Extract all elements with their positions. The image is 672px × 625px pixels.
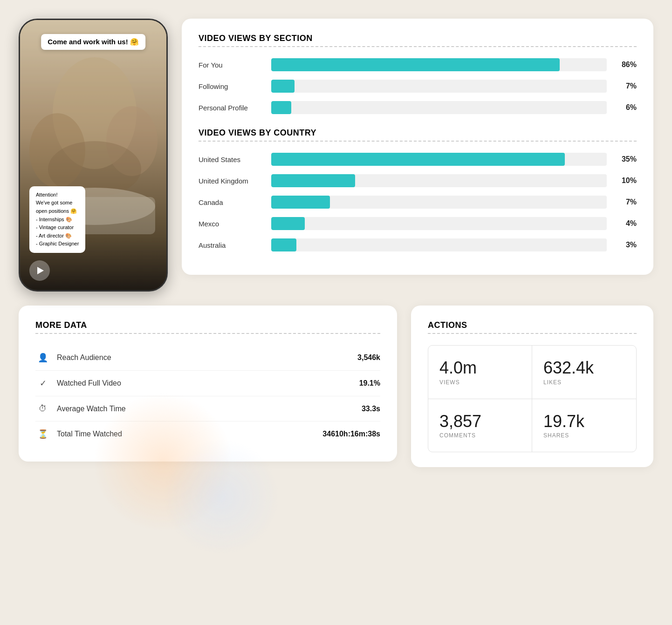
bar-pct: 7% — [614, 198, 637, 206]
bar-track — [271, 58, 607, 71]
bar-row: For You 86% — [199, 58, 637, 71]
action-cell: 4.0m VIEWS — [428, 346, 532, 399]
bar-track — [271, 238, 607, 251]
bar-label: Following — [199, 82, 264, 90]
caption-bottom-text: Attention! We've got some open positions… — [36, 192, 79, 247]
data-row-value: 19.1% — [359, 379, 380, 387]
top-row: Come and work with us! 🤗 Attention! We'v… — [19, 19, 653, 292]
by-country-title: VIDEO VIEWS BY COUNTRY — [199, 128, 637, 138]
section-divider-3 — [35, 333, 380, 334]
bar-label: Personal Profile — [199, 104, 264, 112]
phone-mockup: Come and work with us! 🤗 Attention! We'v… — [19, 19, 168, 292]
bar-pct: 35% — [614, 155, 637, 163]
bar-track — [271, 174, 607, 187]
section-divider-2 — [199, 141, 637, 142]
bar-label: Australia — [199, 241, 264, 249]
more-data-title: MORE DATA — [35, 320, 380, 330]
data-row-icon: ⏳ — [35, 429, 50, 439]
bar-fill — [271, 153, 565, 166]
bar-fill — [271, 217, 305, 230]
by-country-section: VIDEO VIEWS BY COUNTRY United States 35%… — [199, 128, 637, 251]
bar-pct: 4% — [614, 219, 637, 228]
section-bars: For You 86% Following 7% Personal Profil… — [199, 58, 637, 114]
section-divider-1 — [199, 46, 637, 47]
data-row: 👤 Reach Audience 3,546k — [35, 345, 380, 371]
data-row-icon: ✓ — [35, 378, 50, 388]
bar-label: United Kingdom — [199, 177, 264, 185]
bar-row: Canada 7% — [199, 196, 637, 209]
bar-track — [271, 196, 607, 209]
phone-caption-top: Come and work with us! 🤗 — [41, 34, 145, 50]
data-row: ⏱ Average Watch Time 33.3s — [35, 396, 380, 421]
play-button[interactable] — [29, 260, 50, 281]
actions-grid: 4.0m VIEWS 632.4k LIKES 3,857 COMMENTS 1… — [428, 345, 637, 452]
data-row-icon: ⏱ — [35, 404, 50, 414]
phone-caption-bottom: Attention! We've got some open positions… — [29, 186, 85, 253]
data-row-label: Total Time Watched — [57, 430, 316, 438]
bar-fill — [271, 58, 560, 71]
section-divider-4 — [428, 333, 637, 334]
bar-row: United States 35% — [199, 153, 637, 166]
bottom-row: MORE DATA 👤 Reach Audience 3,546k ✓ Watc… — [19, 306, 653, 467]
action-number: 632.4k — [543, 359, 625, 377]
data-row-value: 33.3s — [362, 405, 380, 413]
action-cell: 19.7k SHARES — [532, 399, 636, 452]
by-section-section: VIDEO VIEWS BY SECTION For You 86% Follo… — [199, 34, 637, 114]
bar-label: Canada — [199, 198, 264, 206]
bar-fill — [271, 174, 355, 187]
action-number: 19.7k — [543, 412, 625, 431]
bar-label: United States — [199, 156, 264, 163]
bar-row: Mexco 4% — [199, 217, 637, 230]
action-label: VIEWS — [439, 379, 521, 386]
bar-track — [271, 217, 607, 230]
bar-pct: 7% — [614, 82, 637, 90]
actions-title: ACTIONS — [428, 320, 637, 330]
data-row-value: 34610h:16m:38s — [322, 430, 380, 438]
bar-row: United Kingdom 10% — [199, 174, 637, 187]
bar-row: Following 7% — [199, 80, 637, 93]
stats-card: VIDEO VIEWS BY SECTION For You 86% Follo… — [182, 19, 653, 275]
more-data-card: MORE DATA 👤 Reach Audience 3,546k ✓ Watc… — [19, 306, 397, 462]
phone-inner: Come and work with us! 🤗 Attention! We'v… — [20, 20, 166, 290]
data-row: ⏳ Total Time Watched 34610h:16m:38s — [35, 421, 380, 447]
bar-fill — [271, 238, 296, 251]
bar-fill — [271, 80, 295, 93]
action-label: COMMENTS — [439, 432, 521, 439]
data-row: ✓ Watched Full Video 19.1% — [35, 371, 380, 396]
bar-track — [271, 153, 607, 166]
actions-card: ACTIONS 4.0m VIEWS 632.4k LIKES 3,857 CO… — [411, 306, 653, 467]
action-label: LIKES — [543, 379, 625, 386]
action-cell: 3,857 COMMENTS — [428, 399, 532, 452]
data-row-icon: 👤 — [35, 353, 50, 363]
bar-track — [271, 80, 607, 93]
bar-track — [271, 101, 607, 114]
bar-row: Australia 3% — [199, 238, 637, 251]
bar-pct: 86% — [614, 61, 637, 69]
bar-fill — [271, 196, 330, 209]
bar-row: Personal Profile 6% — [199, 101, 637, 114]
data-row-value: 3,546k — [357, 353, 380, 362]
more-data-rows: 👤 Reach Audience 3,546k ✓ Watched Full V… — [35, 345, 380, 447]
data-row-label: Watched Full Video — [57, 379, 353, 387]
bar-pct: 10% — [614, 177, 637, 185]
bar-label: For You — [199, 61, 264, 69]
data-row-label: Average Watch Time — [57, 405, 355, 413]
data-row-label: Reach Audience — [57, 353, 351, 362]
caption-top-text: Come and work with us! 🤗 — [48, 38, 139, 46]
action-number: 3,857 — [439, 412, 521, 431]
bar-pct: 3% — [614, 241, 637, 249]
by-section-title: VIDEO VIEWS BY SECTION — [199, 34, 637, 43]
bar-fill — [271, 101, 291, 114]
bar-label: Mexco — [199, 220, 264, 228]
action-number: 4.0m — [439, 359, 521, 377]
action-cell: 632.4k LIKES — [532, 346, 636, 399]
action-label: SHARES — [543, 432, 625, 439]
country-bars: United States 35% United Kingdom 10% Can… — [199, 153, 637, 251]
bar-pct: 6% — [614, 103, 637, 112]
